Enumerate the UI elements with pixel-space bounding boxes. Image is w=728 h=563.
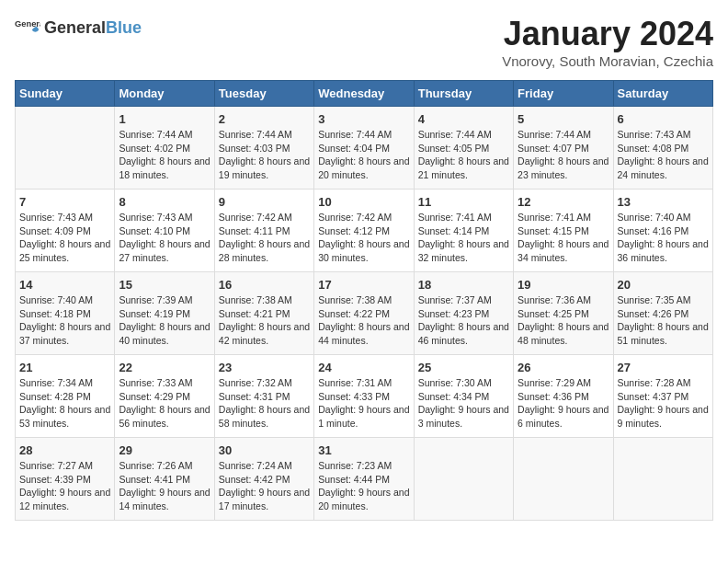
calendar-week-row: 28Sunrise: 7:27 AMSunset: 4:39 PMDayligh… [16, 438, 713, 521]
daylight-text: Daylight: 8 hours and 44 minutes. [318, 320, 409, 347]
day-number: 28 [19, 443, 110, 457]
day-number: 14 [19, 278, 110, 292]
day-number: 1 [119, 112, 210, 126]
sunrise-text: Sunrise: 7:44 AM [418, 128, 509, 142]
daylight-text: Daylight: 9 hours and 9 minutes. [618, 403, 709, 430]
daylight-text: Daylight: 8 hours and 24 minutes. [618, 155, 709, 181]
sunrise-text: Sunrise: 7:35 AM [618, 293, 709, 307]
daylight-text: Daylight: 8 hours and 56 minutes. [119, 403, 210, 430]
day-number: 30 [219, 443, 310, 457]
weekday-header-saturday: Saturday [613, 81, 712, 107]
weekday-header-thursday: Thursday [414, 81, 513, 107]
sunrise-text: Sunrise: 7:30 AM [418, 376, 509, 390]
sunrise-text: Sunrise: 7:28 AM [618, 376, 709, 390]
daylight-text: Daylight: 8 hours and 40 minutes. [119, 320, 210, 347]
daylight-text: Daylight: 8 hours and 58 minutes. [219, 403, 310, 430]
month-title: January 2024 [502, 15, 713, 53]
day-number: 8 [119, 195, 210, 209]
sunrise-text: Sunrise: 7:41 AM [518, 211, 609, 224]
calendar-cell [514, 438, 613, 521]
calendar-cell: 14Sunrise: 7:40 AMSunset: 4:18 PMDayligh… [16, 272, 115, 355]
sunset-text: Sunset: 4:16 PM [618, 224, 709, 238]
daylight-text: Daylight: 8 hours and 28 minutes. [219, 237, 310, 264]
calendar-week-row: 7Sunrise: 7:43 AMSunset: 4:09 PMDaylight… [16, 190, 713, 272]
calendar-week-row: 1Sunrise: 7:44 AMSunset: 4:02 PMDaylight… [16, 107, 713, 190]
daylight-text: Daylight: 9 hours and 1 minute. [318, 403, 409, 430]
calendar-cell: 19Sunrise: 7:36 AMSunset: 4:25 PMDayligh… [514, 272, 613, 355]
day-number: 2 [219, 112, 310, 126]
sunset-text: Sunset: 4:36 PM [518, 390, 609, 404]
daylight-text: Daylight: 8 hours and 25 minutes. [19, 237, 110, 264]
day-number: 9 [219, 195, 310, 209]
sunset-text: Sunset: 4:33 PM [318, 390, 409, 404]
calendar-cell: 7Sunrise: 7:43 AMSunset: 4:09 PMDaylight… [16, 190, 115, 272]
sunrise-text: Sunrise: 7:23 AM [318, 459, 409, 473]
sunset-text: Sunset: 4:25 PM [518, 307, 609, 321]
daylight-text: Daylight: 8 hours and 21 minutes. [418, 155, 509, 181]
sunrise-text: Sunrise: 7:29 AM [518, 376, 609, 390]
calendar-cell: 25Sunrise: 7:30 AMSunset: 4:34 PMDayligh… [414, 355, 513, 438]
sunrise-text: Sunrise: 7:43 AM [119, 211, 210, 224]
calendar-cell: 12Sunrise: 7:41 AMSunset: 4:15 PMDayligh… [514, 190, 613, 272]
daylight-text: Daylight: 8 hours and 48 minutes. [518, 320, 609, 347]
logo-blue-text: Blue [106, 18, 142, 38]
calendar-cell: 3Sunrise: 7:44 AMSunset: 4:04 PMDaylight… [314, 107, 414, 190]
day-number: 12 [518, 195, 609, 209]
daylight-text: Daylight: 8 hours and 20 minutes. [318, 155, 409, 181]
day-number: 4 [418, 112, 509, 126]
sunrise-text: Sunrise: 7:44 AM [518, 128, 609, 142]
day-number: 21 [19, 361, 110, 374]
sunrise-text: Sunrise: 7:33 AM [119, 376, 210, 390]
calendar-cell: 27Sunrise: 7:28 AMSunset: 4:37 PMDayligh… [613, 355, 712, 438]
sunset-text: Sunset: 4:23 PM [418, 307, 509, 321]
calendar-cell: 8Sunrise: 7:43 AMSunset: 4:10 PMDaylight… [115, 190, 214, 272]
sunset-text: Sunset: 4:14 PM [418, 224, 509, 238]
sunrise-text: Sunrise: 7:42 AM [318, 211, 409, 224]
sunrise-text: Sunrise: 7:44 AM [318, 128, 409, 142]
day-number: 24 [318, 361, 409, 374]
daylight-text: Daylight: 8 hours and 32 minutes. [418, 237, 509, 264]
day-number: 6 [618, 112, 709, 126]
daylight-text: Daylight: 9 hours and 6 minutes. [518, 403, 609, 430]
sunrise-text: Sunrise: 7:42 AM [219, 211, 310, 224]
sunset-text: Sunset: 4:04 PM [318, 142, 409, 155]
daylight-text: Daylight: 9 hours and 17 minutes. [219, 486, 310, 512]
calendar-week-row: 21Sunrise: 7:34 AMSunset: 4:28 PMDayligh… [16, 355, 713, 438]
sunset-text: Sunset: 4:07 PM [518, 142, 609, 155]
weekday-header-sunday: Sunday [16, 81, 115, 107]
daylight-text: Daylight: 8 hours and 53 minutes. [19, 403, 110, 430]
day-number: 3 [318, 112, 409, 126]
sunset-text: Sunset: 4:10 PM [119, 224, 210, 238]
sunset-text: Sunset: 4:34 PM [418, 390, 509, 404]
calendar-cell [613, 438, 712, 521]
calendar-cell: 28Sunrise: 7:27 AMSunset: 4:39 PMDayligh… [16, 438, 115, 521]
calendar-cell: 11Sunrise: 7:41 AMSunset: 4:14 PMDayligh… [414, 190, 513, 272]
sunrise-text: Sunrise: 7:43 AM [618, 128, 709, 142]
sunset-text: Sunset: 4:12 PM [318, 224, 409, 238]
daylight-text: Daylight: 8 hours and 36 minutes. [618, 237, 709, 264]
day-number: 10 [318, 195, 409, 209]
calendar-cell: 4Sunrise: 7:44 AMSunset: 4:05 PMDaylight… [414, 107, 513, 190]
sunrise-text: Sunrise: 7:44 AM [219, 128, 310, 142]
sunset-text: Sunset: 4:37 PM [618, 390, 709, 404]
day-number: 17 [318, 278, 409, 292]
calendar-cell: 10Sunrise: 7:42 AMSunset: 4:12 PMDayligh… [314, 190, 414, 272]
sunrise-text: Sunrise: 7:44 AM [119, 128, 210, 142]
logo-icon: General [15, 15, 40, 40]
sunset-text: Sunset: 4:31 PM [219, 390, 310, 404]
daylight-text: Daylight: 8 hours and 42 minutes. [219, 320, 310, 347]
sunrise-text: Sunrise: 7:39 AM [119, 293, 210, 307]
sunset-text: Sunset: 4:21 PM [219, 307, 310, 321]
day-number: 11 [418, 195, 509, 209]
sunrise-text: Sunrise: 7:38 AM [219, 293, 310, 307]
weekday-header-wednesday: Wednesday [314, 81, 414, 107]
day-number: 18 [418, 278, 509, 292]
sunset-text: Sunset: 4:11 PM [219, 224, 310, 238]
day-number: 29 [119, 443, 210, 457]
header: General General Blue January 2024 Vnorov… [15, 15, 713, 69]
sunrise-text: Sunrise: 7:40 AM [19, 293, 110, 307]
calendar-cell: 1Sunrise: 7:44 AMSunset: 4:02 PMDaylight… [115, 107, 214, 190]
calendar-cell: 22Sunrise: 7:33 AMSunset: 4:29 PMDayligh… [115, 355, 214, 438]
sunrise-text: Sunrise: 7:31 AM [318, 376, 409, 390]
daylight-text: Daylight: 9 hours and 20 minutes. [318, 486, 409, 512]
